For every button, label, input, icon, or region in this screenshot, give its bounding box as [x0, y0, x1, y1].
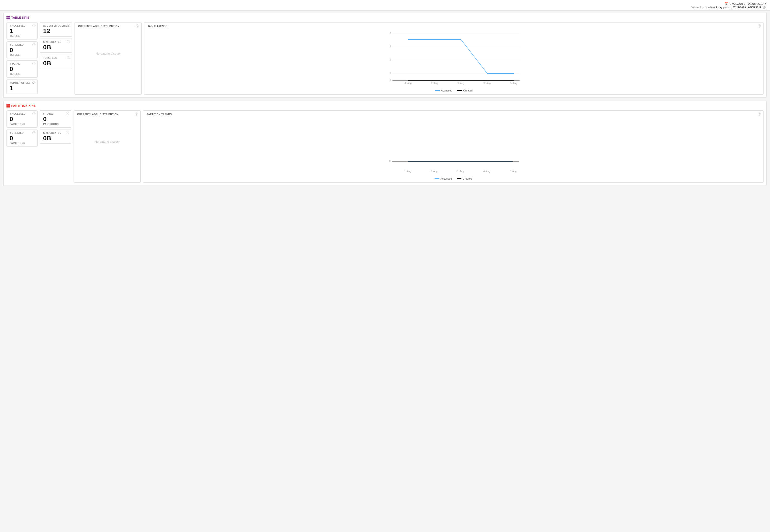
size-created-tables-label: Size Created: [43, 41, 69, 43]
partition-label-distribution-panel: CURRENT LABEL DISTRIBUTION ? No data to …: [74, 110, 141, 183]
svg-text:3. Aug: 3. Aug: [457, 170, 464, 173]
created-tables-card: ? # Created 0 TABLES: [6, 41, 38, 59]
svg-text:4. Aug: 4. Aug: [484, 82, 491, 85]
size-created-tables-value: 0B: [43, 44, 69, 51]
accessed-queries-value: 12: [43, 28, 69, 34]
created-legend-line: [457, 90, 462, 91]
table-trends-info-icon[interactable]: ?: [758, 24, 761, 28]
total-size-tables-value: 0B: [43, 60, 69, 67]
partition-kpis-body: ? # Accessed 0 PARTITIONS ? # Created 0 …: [6, 110, 764, 183]
svg-text:8: 8: [390, 32, 391, 35]
svg-text:1. Aug: 1. Aug: [405, 82, 412, 85]
created-partitions-info-icon[interactable]: ?: [32, 131, 35, 134]
accessed-partitions-card: ? # Accessed 0 PARTITIONS: [6, 110, 38, 128]
svg-text:4. Aug: 4. Aug: [484, 170, 490, 173]
total-partitions-value: 0: [43, 116, 68, 123]
size-created-partitions-card: ? Size Created 0B: [40, 130, 71, 144]
partition-trends-chart: 0 1. Aug 2. Aug 3. Aug 4. Aug 5. Aug: [147, 118, 760, 175]
created-legend-label: Created: [463, 89, 473, 92]
svg-text:1. Aug: 1. Aug: [405, 170, 411, 173]
created-tables-value: 0: [10, 47, 34, 54]
total-tables-card: ? # Total 0 TABLES: [6, 60, 38, 78]
table-kpis-right-col: ? Accessed Queries 12 ? Size Created 0B …: [40, 22, 72, 95]
total-tables-unit: TABLES: [10, 73, 34, 75]
table-kpis-left-col: ? # Accessed 1 TABLES ? # Created 0 TABL…: [6, 22, 38, 95]
created-tables-label: # Created: [10, 44, 34, 46]
num-users-value: 1: [10, 85, 34, 92]
created-partitions-value: 0: [10, 135, 34, 142]
accessed-tables-value: 1: [10, 28, 34, 34]
created-partitions-unit: PARTITIONS: [10, 142, 34, 144]
total-partitions-card: ? # Total 0 PARTITIONS: [40, 110, 71, 128]
accessed-legend-label: Accessed: [441, 89, 453, 92]
accessed-partitions-info-icon[interactable]: ?: [32, 112, 35, 115]
total-tables-info-icon[interactable]: ?: [32, 62, 35, 65]
accessed-tables-card: ? # Accessed 1 TABLES: [6, 22, 38, 40]
accessed-queries-info-icon[interactable]: ?: [67, 24, 70, 27]
partition-trends-info-icon[interactable]: ?: [758, 113, 761, 116]
calendar-icon: 📅: [724, 2, 728, 6]
partition-trends-legend: Accessed Created: [147, 177, 760, 180]
total-partitions-info-icon[interactable]: ?: [66, 112, 69, 115]
accessed-queries-label: Accessed Queries: [43, 24, 69, 27]
date-range-value: 07/29/2019 - 08/05/2019: [730, 2, 764, 6]
total-partitions-label: # Total: [43, 113, 68, 115]
partition-label-dist-info-icon[interactable]: ?: [135, 113, 138, 116]
accessed-legend-line: [435, 90, 440, 91]
partition-created-legend-label: Created: [463, 177, 472, 180]
svg-text:2. Aug: 2. Aug: [431, 82, 438, 85]
table-kpis-body: ? # Accessed 1 TABLES ? # Created 0 TABL…: [6, 22, 764, 95]
table-kpis-section: TABLE KPIS ? # Accessed 1 TABLES ? # Cre…: [3, 13, 767, 98]
dropdown-arrow-icon: ▾: [765, 2, 766, 5]
table-trends-title: TABLE TRENDS: [148, 25, 760, 28]
svg-text:0: 0: [389, 160, 391, 162]
partition-kpis-grid-icon: [6, 104, 10, 108]
total-tables-value: 0: [10, 66, 34, 73]
period-info-icon[interactable]: ⓘ: [763, 6, 766, 9]
accessed-tables-info-icon[interactable]: ?: [32, 24, 35, 27]
accessed-partitions-value: 0: [10, 116, 34, 123]
svg-rect-21: [6, 106, 8, 108]
accessed-queries-card: ? Accessed Queries 12: [40, 22, 72, 37]
partition-kpis-right-col: ? # Total 0 PARTITIONS ? Size Created 0B: [40, 110, 71, 183]
total-size-tables-label: Total Size: [43, 57, 69, 59]
table-label-dist-title: CURRENT LABEL DISTRIBUTION: [78, 25, 138, 28]
size-created-partitions-info-icon[interactable]: ?: [66, 131, 69, 134]
partition-kpis-title: PARTITION KPIS: [11, 104, 36, 108]
svg-rect-3: [8, 18, 10, 19]
size-created-tables-info-icon[interactable]: ?: [67, 40, 70, 43]
sub-info: Values from the last 7 day period : 07/2…: [691, 6, 766, 9]
accessed-tables-unit: TABLES: [10, 35, 34, 37]
accessed-partitions-unit: PARTITIONS: [10, 123, 34, 125]
svg-rect-19: [6, 104, 8, 106]
accessed-legend-item: Accessed: [435, 89, 453, 92]
size-created-partitions-label: Size Created: [43, 132, 68, 134]
date-range-selector[interactable]: 📅 07/29/2019 - 08/05/2019 ▾: [724, 2, 766, 6]
size-created-partitions-value: 0B: [43, 135, 68, 142]
main-content: TABLE KPIS ? # Accessed 1 TABLES ? # Cre…: [0, 11, 770, 192]
svg-text:4: 4: [390, 58, 391, 61]
created-legend-item: Created: [457, 89, 473, 92]
partition-kpis-header: PARTITION KPIS: [6, 104, 764, 108]
table-label-distribution-panel: CURRENT LABEL DISTRIBUTION ? No data to …: [74, 22, 142, 95]
partition-trends-title: PARTITION TRENDS: [147, 113, 760, 116]
partition-accessed-legend-line: [435, 178, 440, 179]
created-partitions-label: # Created: [10, 132, 34, 134]
table-kpis-grid-icon: [6, 16, 10, 19]
svg-rect-2: [6, 18, 8, 19]
total-size-tables-info-icon[interactable]: ?: [67, 56, 70, 59]
partition-trends-panel: PARTITION TRENDS ? 0 1. Aug 2. Aug 3. Au…: [143, 110, 764, 183]
table-label-dist-info-icon[interactable]: ?: [136, 24, 139, 28]
accessed-tables-label: # Accessed: [10, 24, 34, 27]
svg-text:3. Aug: 3. Aug: [458, 82, 464, 85]
table-trends-legend: Accessed Created: [148, 89, 760, 92]
num-users-info-icon[interactable]: ?: [32, 81, 35, 84]
created-tables-unit: TABLES: [10, 54, 34, 56]
table-trends-chart: 8 6 4 2 0 1. Aug 2. Aug 3. Aug 4. Aug: [148, 29, 760, 87]
partition-kpis-section: PARTITION KPIS ? # Accessed 0 PARTITIONS…: [3, 101, 767, 186]
created-tables-info-icon[interactable]: ?: [32, 43, 35, 46]
svg-text:0: 0: [390, 79, 391, 81]
total-size-tables-card: ? Total Size 0B: [40, 55, 72, 69]
table-label-dist-no-data: No data to display: [78, 29, 138, 77]
total-partitions-unit: PARTITIONS: [43, 123, 68, 125]
